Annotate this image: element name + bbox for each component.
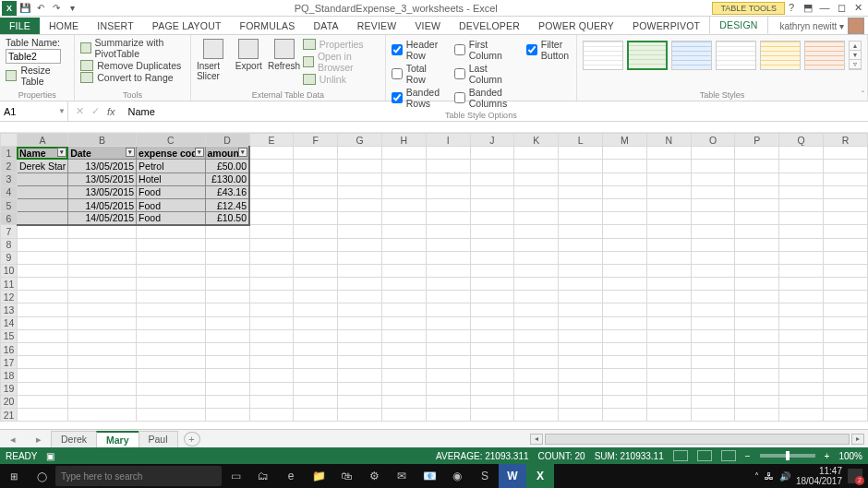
row-header-7[interactable]: 7 <box>1 225 18 238</box>
cell-C4[interactable]: Food <box>137 185 205 198</box>
table-style-option[interactable] <box>671 41 712 70</box>
cell-L9[interactable] <box>559 251 603 264</box>
col-header-G[interactable]: G <box>338 134 382 147</box>
cell-B18[interactable] <box>68 369 137 382</box>
store-icon[interactable]: 🛍 <box>332 464 360 488</box>
cell-O6[interactable] <box>691 212 735 225</box>
cell-I2[interactable] <box>426 160 470 173</box>
cell-Q20[interactable] <box>779 395 824 408</box>
cell-K2[interactable] <box>514 160 559 173</box>
cell-C19[interactable] <box>137 382 205 395</box>
cell-C2[interactable]: Petrol <box>137 160 205 173</box>
cell-B3[interactable]: 13/05/2015 <box>68 173 137 185</box>
cell-K4[interactable] <box>514 185 559 198</box>
chrome-icon[interactable]: ◉ <box>443 464 471 488</box>
col-header-D[interactable]: D <box>205 134 249 147</box>
qat-dropdown-icon[interactable]: ▾ <box>65 1 79 16</box>
cell-R17[interactable] <box>824 356 868 369</box>
table-style-option[interactable] <box>716 41 756 70</box>
word-icon[interactable]: W <box>499 464 526 488</box>
ribbon-tab-view[interactable]: VIEW <box>405 18 450 34</box>
row-header-18[interactable]: 18 <box>1 369 18 382</box>
cell-R15[interactable] <box>824 329 868 342</box>
cell-H2[interactable] <box>381 160 426 173</box>
cell-J16[interactable] <box>470 343 514 356</box>
cell-O5[interactable] <box>691 198 735 211</box>
cell-D5[interactable]: £12.45 <box>205 198 249 211</box>
cell-E10[interactable] <box>249 264 294 277</box>
cell-Q18[interactable] <box>779 369 824 382</box>
cell-Q11[interactable] <box>779 278 824 291</box>
cell-K15[interactable] <box>514 329 559 342</box>
cell-P5[interactable] <box>735 198 779 211</box>
cell-I16[interactable] <box>426 343 470 356</box>
cell-C18[interactable] <box>137 369 205 382</box>
network-icon[interactable]: 🖧 <box>765 471 774 482</box>
cell-O4[interactable] <box>691 185 735 198</box>
cell-E17[interactable] <box>249 356 294 369</box>
cell-M15[interactable] <box>602 329 646 342</box>
cell-A5[interactable] <box>17 198 67 211</box>
skype-icon[interactable]: S <box>471 464 499 488</box>
cell-E18[interactable] <box>249 369 294 382</box>
cell-O13[interactable] <box>691 304 735 316</box>
hscroll-left-icon[interactable]: ◂ <box>530 434 543 445</box>
cell-C21[interactable] <box>137 408 205 421</box>
cell-D21[interactable] <box>205 408 249 421</box>
row-header-1[interactable]: 1 <box>1 147 18 160</box>
cell-G4[interactable] <box>338 185 382 198</box>
last-column-checkbox[interactable]: Last Column <box>454 63 513 85</box>
cell-F5[interactable] <box>294 198 338 211</box>
cell-C5[interactable]: Food <box>137 198 205 211</box>
cell-B17[interactable] <box>68 356 137 369</box>
cell-G3[interactable] <box>338 173 382 185</box>
cell-P14[interactable] <box>735 316 779 329</box>
cell-D17[interactable] <box>205 356 249 369</box>
cell-G7[interactable] <box>338 225 382 238</box>
cell-Q7[interactable] <box>779 225 824 238</box>
mail-icon[interactable]: ✉ <box>388 464 416 488</box>
cell-D14[interactable] <box>205 316 249 329</box>
cell-A9[interactable] <box>17 251 67 264</box>
filter-button-checkbox[interactable]: Filter Button <box>526 39 571 61</box>
cell-C13[interactable] <box>137 304 205 316</box>
cell-K6[interactable] <box>514 212 559 225</box>
ribbon-tab-data[interactable]: DATA <box>305 18 348 34</box>
cell-O21[interactable] <box>691 408 735 421</box>
cell-D8[interactable] <box>205 238 249 251</box>
cell-M21[interactable] <box>602 408 646 421</box>
ribbon-tab-developer[interactable]: DEVELOPER <box>450 18 529 34</box>
action-center-icon[interactable]: 2 <box>848 469 862 483</box>
cell-I7[interactable] <box>426 225 470 238</box>
cell-J14[interactable] <box>470 316 514 329</box>
cell-N7[interactable] <box>646 225 691 238</box>
cell-H11[interactable] <box>381 278 426 291</box>
cell-E9[interactable] <box>249 251 294 264</box>
col-header-L[interactable]: L <box>559 134 603 147</box>
cell-R2[interactable] <box>824 160 868 173</box>
cell-C12[interactable] <box>137 291 205 304</box>
cell-M16[interactable] <box>602 343 646 356</box>
cell-O9[interactable] <box>691 251 735 264</box>
first-column-checkbox[interactable]: First Column <box>454 39 513 61</box>
cell-C8[interactable] <box>137 238 205 251</box>
cell-N11[interactable] <box>646 278 691 291</box>
cell-O12[interactable] <box>691 291 735 304</box>
cell-J3[interactable] <box>470 173 514 185</box>
cell-B9[interactable] <box>68 251 137 264</box>
col-header-B[interactable]: B <box>68 134 137 147</box>
cell-G13[interactable] <box>338 304 382 316</box>
cell-I18[interactable] <box>426 369 470 382</box>
cell-J21[interactable] <box>470 408 514 421</box>
cell-L12[interactable] <box>559 291 603 304</box>
fx-icon[interactable]: fx <box>107 106 115 117</box>
cell-C10[interactable] <box>137 264 205 277</box>
user-label[interactable]: kathryn newitt ▾ <box>780 18 868 34</box>
cell-F15[interactable] <box>294 329 338 342</box>
col-header-Q[interactable]: Q <box>779 134 824 147</box>
cell-K21[interactable] <box>514 408 559 421</box>
cell-R5[interactable] <box>824 198 868 211</box>
cell-I4[interactable] <box>426 185 470 198</box>
cell-F21[interactable] <box>294 408 338 421</box>
cell-F14[interactable] <box>294 316 338 329</box>
